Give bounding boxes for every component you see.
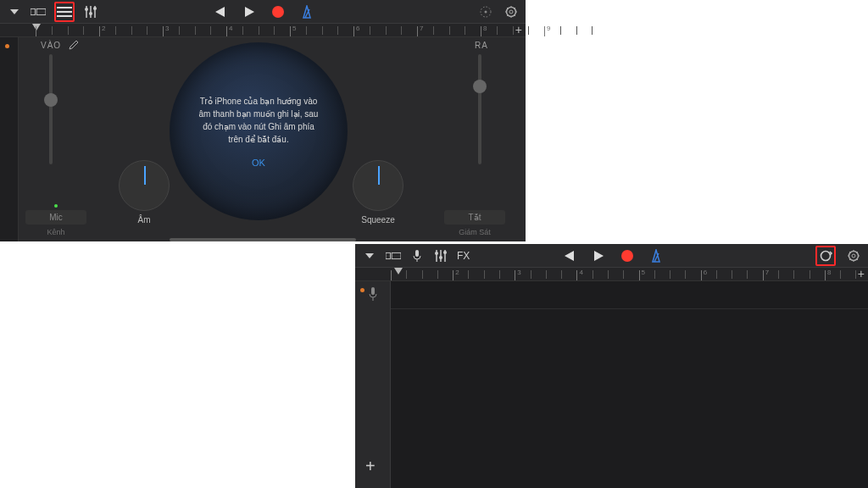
- svg-rect-3: [57, 11, 72, 13]
- output-label: RA: [475, 41, 488, 50]
- svg-rect-14: [415, 250, 419, 257]
- mic-caption: Kênh: [25, 228, 86, 236]
- play-icon[interactable]: [591, 248, 606, 263]
- tone-knob[interactable]: [119, 160, 170, 211]
- mic-icon[interactable]: [409, 248, 425, 263]
- ruler-bar-label: 7: [765, 269, 769, 276]
- tone-label: Âm: [114, 215, 174, 225]
- record-button[interactable]: [621, 250, 633, 262]
- play-icon[interactable]: [242, 4, 257, 19]
- ruler-bar-label: 3: [517, 269, 520, 276]
- prompt-ok-button[interactable]: OK: [252, 158, 265, 168]
- tracks-view-button[interactable]: [54, 2, 75, 22]
- live-indicator-icon: [54, 204, 58, 208]
- svg-rect-2: [57, 7, 72, 8]
- armed-indicator-icon: [5, 44, 9, 48]
- edit-icon[interactable]: [68, 39, 80, 51]
- record-button[interactable]: [272, 6, 284, 18]
- mic-cell: Mic Kênh: [25, 204, 86, 236]
- timeline-ruler[interactable]: + 23456789: [0, 24, 526, 37]
- browser-icon[interactable]: [31, 4, 46, 19]
- svg-point-20: [852, 254, 855, 258]
- svg-point-6: [89, 12, 92, 15]
- svg-rect-21: [371, 287, 375, 295]
- ruler-add-button[interactable]: +: [515, 23, 522, 36]
- track-row-divider: [391, 308, 868, 309]
- recorder-body: VÀO RA Trỏ iPhone của bạn hướng vào âm t…: [0, 37, 526, 241]
- ruler-bar-label: 6: [356, 25, 359, 32]
- track-header-column: +: [355, 281, 391, 488]
- ruler-bar-label: 8: [483, 25, 487, 32]
- output-slider[interactable]: [478, 54, 481, 164]
- squeeze-knob[interactable]: [353, 160, 403, 211]
- svg-point-11: [509, 10, 513, 14]
- ruler-bar-label: 5: [292, 25, 296, 32]
- ruler-add-button[interactable]: +: [858, 267, 865, 280]
- ruler-bar-label: 6: [704, 269, 707, 276]
- metronome-icon[interactable]: [299, 4, 314, 19]
- loop-icon: [818, 248, 833, 263]
- svg-point-17: [443, 251, 447, 254]
- svg-point-9: [485, 10, 487, 13]
- svg-point-16: [439, 256, 442, 259]
- playhead-icon[interactable]: [32, 24, 41, 30]
- svg-point-5: [85, 8, 88, 11]
- ruler-bar-label: 4: [229, 25, 232, 32]
- playhead-icon[interactable]: [394, 268, 403, 274]
- ruler-bar-label: 4: [579, 269, 582, 276]
- squeeze-label: Squeeze: [348, 215, 408, 225]
- disclosure-icon[interactable]: [7, 4, 22, 19]
- horizontal-scrollbar[interactable]: [170, 238, 356, 241]
- svg-point-18: [821, 251, 831, 260]
- track-instrument-icon[interactable]: [364, 285, 382, 303]
- toolbar: [0, 0, 526, 24]
- input-label: VÀO: [41, 41, 61, 50]
- ruler-bar-label: 8: [827, 269, 831, 276]
- svg-rect-1: [36, 8, 46, 14]
- fx-button[interactable]: FX: [457, 250, 470, 262]
- ruler-bar-label: 5: [642, 269, 645, 276]
- slider-thumb[interactable]: [473, 80, 487, 93]
- browser-icon[interactable]: [386, 248, 401, 263]
- tuner-icon[interactable]: [478, 4, 493, 19]
- svg-rect-12: [386, 252, 390, 258]
- monitor-cell: Tắt Giám Sát: [444, 204, 505, 236]
- toolbar: FX: [355, 244, 868, 268]
- disclosure-icon[interactable]: [362, 248, 377, 263]
- mute-caption: Giám Sát: [444, 228, 505, 236]
- rewind-icon[interactable]: [211, 4, 226, 19]
- slider-thumb[interactable]: [44, 93, 58, 107]
- svg-rect-0: [31, 8, 35, 14]
- timeline-ruler[interactable]: + 23456789: [355, 268, 868, 281]
- record-prompt: Trỏ iPhone của bạn hướng vào âm thanh bạ…: [170, 42, 348, 220]
- prompt-message: Trỏ iPhone của bạn hướng vào âm thanh bạ…: [195, 95, 322, 146]
- ruler-bar-label: 9: [547, 25, 550, 32]
- mixer-icon[interactable]: [433, 248, 448, 263]
- mic-button[interactable]: Mic: [25, 210, 86, 225]
- mute-button[interactable]: Tắt: [444, 210, 505, 225]
- settings-icon[interactable]: [846, 248, 861, 263]
- input-slider[interactable]: [49, 54, 53, 164]
- settings-icon[interactable]: [504, 4, 519, 19]
- list-icon: [57, 4, 72, 19]
- recorder-panel: + 23456789 VÀO RA Trỏ iPhone của bạn hướ…: [0, 0, 526, 241]
- svg-rect-4: [57, 15, 72, 17]
- ruler-bar-label: 2: [455, 269, 459, 276]
- add-track-button[interactable]: +: [365, 457, 376, 476]
- metronome-icon[interactable]: [648, 248, 664, 263]
- timeline-area[interactable]: [391, 281, 868, 488]
- ruler-bar-label: 3: [165, 25, 169, 32]
- tracks-panel: FX + 23456789: [355, 244, 868, 488]
- track-strip: [0, 37, 19, 241]
- svg-point-7: [93, 7, 97, 10]
- tracks-body: +: [355, 281, 868, 488]
- mixer-icon[interactable]: [83, 4, 98, 19]
- ruler-bar-label: 7: [420, 25, 423, 32]
- svg-point-15: [435, 252, 438, 255]
- svg-rect-13: [392, 252, 401, 258]
- loop-browser-button[interactable]: [815, 246, 836, 266]
- ruler-bar-label: 2: [102, 25, 105, 32]
- rewind-icon[interactable]: [560, 248, 576, 263]
